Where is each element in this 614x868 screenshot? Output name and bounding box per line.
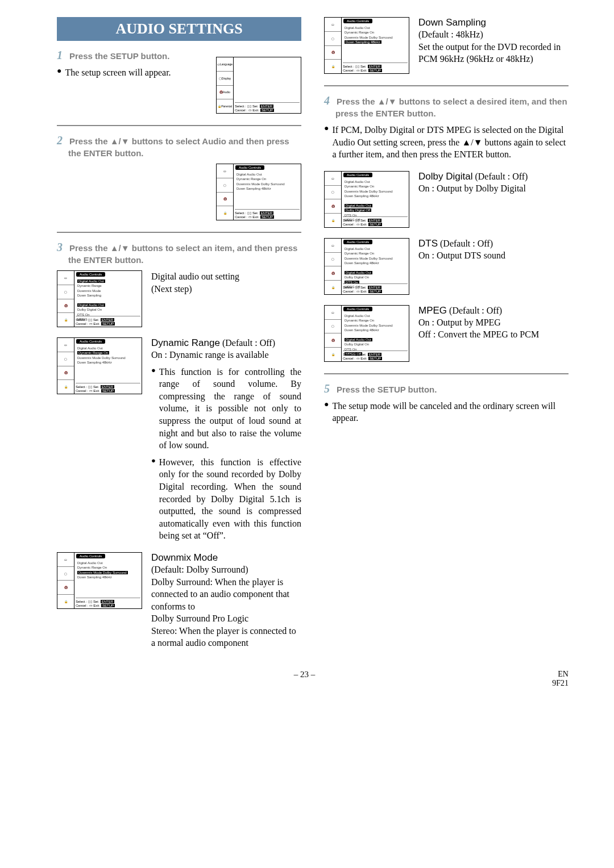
sidebar-display-icon: ▢ [325, 32, 341, 46]
page-number: – 23 – [294, 670, 316, 688]
digital-out-note: (Next step) [151, 283, 301, 295]
dynamic-range-sub: On : Dynamic range is available [151, 349, 301, 361]
bullet-dot-icon: ● [151, 456, 156, 465]
osd-thumb-mpeg: ▭ ▢ 🔇 🔒 Audio Controls Digital Audio Out… [324, 305, 409, 362]
sidebar-display-icon: ▢ [325, 320, 341, 334]
dolby-sub: On : Output by Dolby Digital [418, 182, 569, 195]
down-sampling-default: (Default : 48kHz) [418, 28, 569, 41]
sidebar-language-icon: ▭ [325, 239, 341, 253]
sidebar-audio-icon: 🔇 [325, 333, 341, 348]
sidebar-audio-icon: 🔇Audio [217, 86, 233, 100]
osd-thumb-dolby: ▭ ▢ 🔇 🔒 Audio Controls Digital Audio Out… [324, 171, 409, 228]
sidebar-display-icon: ▢Display [217, 72, 233, 86]
step-num-3: 3 [57, 241, 63, 253]
osd-thumb-dynamic-range: ▭ ▢ 🔇 🔒 Audio Controls Digital Audio Out… [57, 337, 142, 394]
step-1: 1 Press the SETUP button. [57, 49, 210, 62]
sidebar-audio-icon: 🔇 [57, 299, 74, 314]
down-sampling-heading: Down Sampling [418, 17, 569, 28]
bullet-dot-icon: ● [324, 124, 329, 133]
sidebar-parental-icon: 🔒 [325, 281, 341, 294]
sidebar-language-icon: ▭ [325, 306, 341, 320]
step-num-1: 1 [57, 49, 63, 61]
mpeg-heading: MPEG (Default : Off) [418, 305, 569, 316]
mpeg-sub-2: Off : Convert the MPEG to PCM [418, 328, 569, 341]
bullet-5: ● The setup mode will be canceled and th… [324, 400, 569, 424]
bullet-dot-icon: ● [151, 366, 156, 375]
thumb-header: Audio Controls [235, 165, 264, 170]
sidebar-language-icon: ▭ [57, 271, 74, 285]
bullet-1: ● The setup screen will appear. [57, 66, 210, 79]
dynamic-range-bullet-1: ● This function is for controlling the r… [151, 366, 301, 452]
bullet-4: ● If PCM, Dolby Digital or DTS MPEG is s… [324, 124, 569, 161]
step-text-4: Press the ▲/▼ buttons to select a desire… [335, 97, 567, 118]
dynamic-range-heading: Dynamic Range (Default : Off) [151, 337, 301, 349]
dynamic-range-bullet-2: ● However, this function is effective on… [151, 456, 301, 542]
downmix-body: (Default: Dolby Surround) Dolby Surround… [151, 564, 301, 649]
footer-code: 9F21 [552, 679, 569, 688]
sidebar-parental-icon: 🔒 [325, 348, 341, 361]
sidebar-audio-icon: 🔇 [57, 366, 74, 381]
step-2: 2 Press the ▲/▼ buttons to select Audio … [57, 134, 301, 159]
sidebar-parental-icon: 🔒 [57, 595, 74, 608]
sidebar-audio-icon: 🔇 [325, 46, 341, 60]
digital-out-title: Digital audio out setting [151, 270, 301, 283]
thumb-sidebar: ▭Language ▢Display 🔇Audio 🔒Parental [217, 57, 234, 113]
step-text-2: Press the ▲/▼ buttons to select Audio an… [68, 136, 289, 158]
osd-thumb-downmix: ▭ ▢ 🔇 🔒 Audio Controls Digital Audio Out… [57, 552, 142, 609]
step-num-5: 5 [324, 382, 330, 395]
sidebar-language-icon: ▭ [217, 164, 233, 178]
sidebar-parental-icon: 🔒 [57, 313, 74, 327]
sidebar-display-icon: ▢ [57, 567, 74, 581]
bullet-dot-icon: ● [57, 66, 61, 76]
sidebar-language-icon: ▭ [57, 553, 74, 567]
step-num-4: 4 [324, 94, 330, 107]
divider [324, 85, 569, 86]
dolby-heading: Dolby Digital (Default : Off) [418, 171, 569, 182]
sidebar-display-icon: ▢ [325, 186, 341, 200]
dts-sub: On : Output DTS sound [418, 249, 569, 262]
thumb-lines: Digital Audio Out Dynamic Range On Downm… [237, 172, 285, 191]
sidebar-audio-icon: 🔇 [325, 199, 341, 214]
divider [324, 373, 569, 374]
thumb-footer: Select : ▯ ▯ Set ENTER Cancel : ▭ Exit S… [235, 102, 300, 112]
bullet-dot-icon: ● [324, 400, 329, 409]
mpeg-sub-1: On : Output by MPEG [418, 316, 569, 329]
osd-thumb-dts: ▭ ▢ 🔇 🔒 Audio Controls Digital Audio Out… [324, 238, 409, 295]
osd-thumb-down-sampling: ▭ ▢ 🔇 🔒 Audio Controls Digital Audio Out… [324, 17, 409, 74]
sidebar-audio-icon: 🔇 [325, 266, 341, 281]
step-text-5: Press the SETUP button. [337, 385, 437, 394]
page-footer: – 23 – EN 9F21 [57, 670, 569, 688]
sidebar-parental-icon: 🔒 [325, 60, 341, 73]
step-5: 5 Press the SETUP button. [324, 382, 569, 395]
sidebar-display-icon: ▢ [217, 178, 233, 193]
osd-thumb-audio-controls: ▭ ▢ 🔇 🔒 Audio Controls Digital Audio Out… [216, 164, 301, 220]
footer-en: EN [552, 670, 569, 679]
step-text-3: Press the ▲/▼ buttons to select an item,… [68, 243, 297, 265]
sidebar-display-icon: ▢ [57, 352, 74, 366]
step-3: 3 Press the ▲/▼ buttons to select an ite… [57, 241, 301, 266]
divider [57, 125, 301, 126]
down-sampling-body: Set the output for the DVD recorded in P… [418, 41, 569, 65]
sidebar-parental-icon: 🔒Parental [217, 99, 233, 113]
sidebar-parental-icon: 🔒 [217, 206, 233, 220]
sidebar-audio-icon: 🔇 [217, 193, 233, 207]
sidebar-audio-icon: 🔇 [57, 581, 74, 595]
dts-heading: DTS (Default : Off) [418, 238, 569, 249]
sidebar-parental-icon: 🔒 [57, 380, 74, 394]
step-text-1: Press the SETUP button. [69, 51, 169, 61]
step-4: 4 Press the ▲/▼ buttons to select a desi… [324, 94, 569, 119]
sidebar-language-icon: ▭ [57, 338, 74, 352]
osd-thumb-digital-out: ▭ ▢ 🔇 🔒 Audio Controls Digital Audio Out… [57, 270, 142, 327]
sidebar-display-icon: ▢ [325, 253, 341, 267]
sidebar-display-icon: ▢ [57, 285, 74, 299]
bullet-text-1: The setup screen will appear. [65, 66, 171, 79]
divider [57, 232, 301, 233]
downmix-heading: Downmix Mode [151, 552, 301, 564]
sidebar-language-icon: ▭ [325, 172, 341, 186]
page-title: AUDIO SETTINGS [57, 17, 301, 41]
sidebar-language-icon: ▭ [325, 18, 341, 32]
sidebar-parental-icon: 🔒 [325, 214, 341, 227]
sidebar-language-icon: ▭Language [217, 57, 233, 72]
step-num-2: 2 [57, 134, 63, 147]
osd-thumb-setup: ▭Language ▢Display 🔇Audio 🔒Parental Sele… [216, 57, 301, 114]
